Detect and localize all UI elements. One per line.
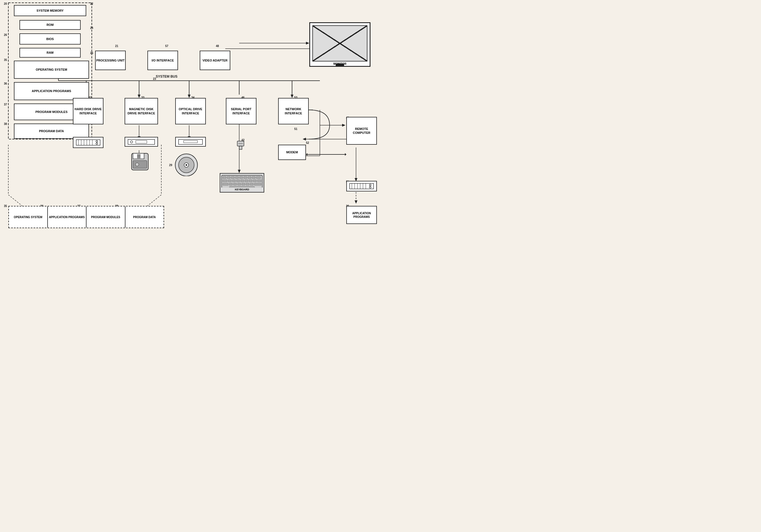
bios-box: BIOS — [20, 33, 81, 44]
diagram: 20 22 24 25 26 21 57 48 47 23 32 33 34 4… — [0, 0, 380, 266]
rom-box: ROM — [20, 20, 81, 30]
prog-modules-bottom-box: PROGRAM MODULES — [87, 207, 125, 228]
svg-rect-82 — [228, 180, 231, 182]
monitor-screen — [312, 25, 368, 62]
processing-unit-box: PROCESSING UNIT — [95, 51, 126, 70]
label-25: 25 — [90, 51, 93, 55]
svg-rect-92 — [233, 183, 237, 185]
svg-marker-13 — [138, 94, 141, 98]
svg-rect-58 — [136, 141, 147, 143]
video-adapter-box: VIDEO ADAPTER — [200, 51, 230, 70]
svg-point-56 — [96, 143, 98, 145]
floppy-drive-icon — [125, 137, 158, 147]
bottom-expanded-box: OPERATING SYSTEM APPLICATION PROGRAMS PR… — [8, 206, 164, 228]
system-memory-box: SYSTEM MEMORY — [14, 5, 86, 16]
svg-rect-63 — [133, 160, 147, 168]
network-connector-lines — [307, 103, 352, 158]
label-48: 48 — [216, 44, 219, 48]
svg-rect-88 — [253, 180, 257, 182]
svg-line-46 — [147, 195, 161, 206]
app-programs-remote-box: APPLICATION PROGRAMS — [346, 206, 377, 224]
remote-hdd-icon — [346, 181, 377, 192]
svg-point-55 — [96, 141, 98, 142]
svg-rect-89 — [257, 180, 261, 182]
label-57: 57 — [165, 44, 168, 48]
program-data-box: PROGRAM DATA — [14, 124, 89, 139]
serial-port-interface-box: SERIAL PORT INTERFACE — [226, 98, 257, 124]
svg-rect-76 — [240, 176, 243, 179]
svg-marker-42 — [355, 200, 357, 204]
network-interface-box: NETWORK INTERFACE — [278, 98, 309, 124]
svg-rect-98 — [229, 186, 255, 188]
svg-rect-84 — [236, 180, 240, 182]
modem-box: MODEM — [278, 145, 306, 160]
svg-rect-72 — [223, 176, 226, 179]
label-26: 26 — [4, 33, 7, 36]
label-36: 36 — [4, 82, 7, 85]
os-box: OPERATING SYSTEM — [14, 61, 89, 79]
monitor-label: MONITOR — [333, 62, 346, 65]
label-37: 37 — [4, 103, 7, 106]
svg-rect-81 — [223, 180, 227, 182]
svg-rect-83 — [232, 180, 236, 182]
optical-drive-icon — [175, 137, 206, 147]
svg-rect-79 — [252, 176, 255, 179]
prog-data-bottom-box: PROGRAM DATA — [125, 207, 164, 228]
monitor-box: MONITOR — [309, 22, 371, 67]
svg-rect-91 — [229, 183, 233, 185]
svg-line-44 — [8, 195, 22, 206]
svg-rect-87 — [249, 180, 252, 182]
svg-rect-85 — [241, 180, 244, 182]
keyboard-label: KEYBOARD — [235, 188, 249, 191]
svg-rect-95 — [246, 183, 249, 185]
connector-icon — [235, 140, 246, 151]
svg-rect-75 — [235, 176, 239, 179]
label-24: 24 — [90, 27, 93, 30]
hard-disk-drive-interface-box: HARD DISK DRIVE INTERFACE — [73, 98, 103, 124]
app-programs-box: APPLICATION PROGRAMS — [14, 82, 89, 100]
svg-rect-73 — [227, 176, 230, 179]
os-bottom-box: OPERATING SYSTEM — [9, 207, 48, 228]
label-35b: 35 — [4, 205, 7, 207]
svg-point-64 — [136, 163, 139, 166]
svg-rect-96 — [250, 183, 253, 185]
svg-rect-90 — [223, 183, 228, 185]
svg-point-112 — [369, 184, 371, 186]
svg-marker-15 — [188, 94, 191, 98]
svg-rect-80 — [256, 176, 261, 179]
svg-rect-97 — [254, 183, 261, 185]
optical-disc-icon — [170, 150, 203, 178]
label-38: 38 — [4, 122, 7, 126]
svg-rect-66 — [184, 141, 198, 143]
label-22: 22 — [90, 2, 93, 5]
label-21: 21 — [115, 44, 118, 48]
svg-marker-38 — [303, 138, 306, 141]
optical-drive-interface-box: OPTICAL DRIVE INTERFACE — [175, 98, 206, 124]
svg-point-113 — [369, 186, 371, 188]
app-bottom-box: APPLICATION PROGRAMS — [48, 207, 87, 228]
label-20: 20 — [4, 2, 7, 5]
svg-marker-19 — [291, 94, 293, 98]
svg-rect-101 — [239, 146, 242, 149]
svg-rect-93 — [238, 183, 241, 185]
floppy-disk-icon — [125, 151, 158, 174]
svg-marker-29 — [238, 170, 241, 173]
magnetic-disk-drive-interface-box: MAGNETIC DISK DRIVE INTERFACE — [125, 98, 158, 124]
ram-box: RAM — [20, 48, 81, 58]
svg-marker-31 — [306, 42, 309, 44]
label-35: 35 — [4, 58, 7, 62]
svg-rect-77 — [244, 176, 247, 179]
io-interface-box: I/O INTERFACE — [147, 51, 178, 70]
svg-point-59 — [131, 141, 133, 143]
system-bus-label: SYSTEM BUS — [156, 75, 177, 79]
label-51: 51 — [294, 127, 297, 131]
hdd-device-icon — [73, 137, 103, 148]
svg-rect-62 — [137, 154, 141, 158]
svg-point-70 — [186, 164, 187, 166]
svg-rect-74 — [231, 176, 234, 179]
svg-rect-94 — [242, 183, 245, 185]
keyboard-icon: KEYBOARD — [220, 173, 264, 193]
svg-rect-86 — [245, 180, 248, 182]
svg-rect-57 — [128, 140, 155, 145]
svg-rect-65 — [179, 140, 203, 145]
